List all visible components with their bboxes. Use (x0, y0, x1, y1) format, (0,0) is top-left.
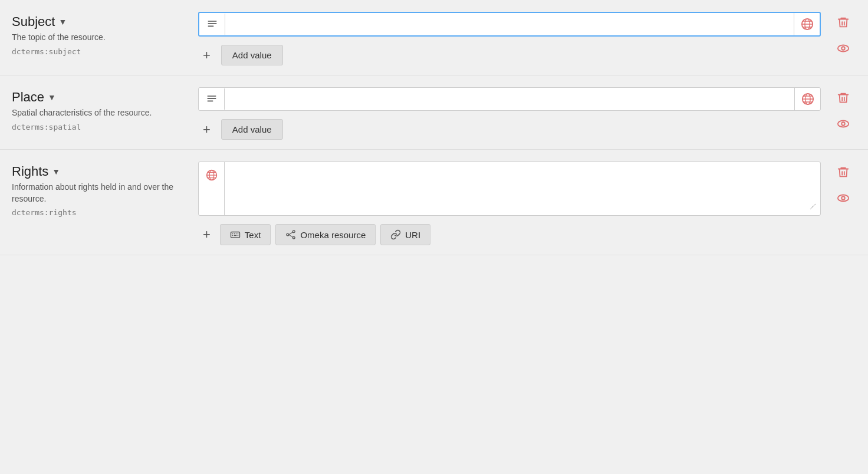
svg-rect-2 (208, 26, 213, 27)
svg-line-40 (289, 232, 293, 235)
resize-handle-rights: ⟋ (805, 198, 820, 215)
lines-icon (206, 18, 218, 30)
input-wrapper-subject[interactable] (198, 12, 821, 37)
plus-btn-subject[interactable]: + (198, 45, 215, 65)
eye-icon-svg-place (837, 117, 850, 130)
svg-rect-1 (208, 23, 216, 24)
svg-point-44 (838, 195, 849, 202)
svg-point-23 (841, 122, 845, 126)
trash-icon-svg-place (837, 91, 850, 104)
svg-point-39 (293, 236, 295, 239)
lines-icon-place (206, 93, 218, 105)
field-term-place: dcterms:spatial (12, 123, 189, 131)
eye-icon-svg (837, 42, 850, 55)
visibility-btn-subject[interactable] (833, 38, 854, 59)
subject-input[interactable] (225, 14, 794, 35)
field-description-rights: Information about rights held in and ove… (12, 182, 189, 205)
svg-rect-0 (208, 21, 216, 22)
input-wrapper-place[interactable] (198, 87, 821, 111)
svg-line-41 (289, 235, 293, 237)
rights-textarea[interactable] (225, 162, 805, 215)
visibility-btn-place[interactable] (833, 113, 854, 134)
field-label-col-rights: Rights ▼ Information about rights held i… (12, 162, 189, 217)
delete-btn-subject[interactable] (833, 12, 854, 33)
svg-rect-14 (207, 101, 213, 102)
uri-btn-rights[interactable]: URI (380, 224, 430, 245)
input-row-rights: ⟋ (198, 162, 821, 216)
metadata-form: Subject ▼ The topic of the resource. dct… (0, 0, 868, 474)
text-btn-label: Text (245, 230, 261, 240)
add-value-row-subject: + Add value (198, 45, 821, 65)
input-row-place (198, 87, 821, 111)
language-btn-subject[interactable] (794, 13, 820, 35)
input-row-subject (198, 12, 821, 37)
delete-btn-place[interactable] (833, 87, 854, 108)
svg-rect-30 (232, 233, 234, 235)
visibility-btn-rights[interactable] (833, 187, 854, 209)
chevron-icon-subject[interactable]: ▼ (58, 17, 67, 27)
field-name-place: Place (12, 90, 44, 105)
globe-icon-col-rights[interactable] (199, 162, 225, 215)
action-col-rights (830, 162, 856, 209)
text-btn-rights[interactable]: Text (220, 224, 271, 245)
svg-rect-34 (232, 235, 234, 236)
delete-btn-rights[interactable] (833, 162, 854, 183)
field-subject: Subject ▼ The topic of the resource. dct… (0, 0, 868, 75)
svg-rect-35 (234, 235, 237, 236)
omeka-resource-btn-label: Omeka resource (300, 230, 366, 240)
keyboard-icon (230, 229, 241, 240)
field-inputs-place: + Add value (198, 87, 821, 140)
svg-point-38 (293, 231, 295, 233)
field-title-subject: Subject ▼ (12, 14, 189, 29)
omeka-resource-btn-rights[interactable]: Omeka resource (275, 224, 376, 245)
link-icon (390, 229, 401, 240)
button-group-rights: + Text (198, 224, 821, 245)
svg-rect-13 (207, 98, 216, 99)
svg-point-45 (841, 196, 845, 200)
field-inputs-subject: + Add value (198, 12, 821, 65)
field-rights: Rights ▼ Information about rights held i… (0, 150, 868, 255)
globe-icon-rights (206, 169, 218, 181)
field-description-place: Spatial characteristics of the resource. (12, 107, 189, 119)
field-name-rights: Rights (12, 164, 48, 179)
nodes-icon (285, 229, 296, 240)
field-place: Place ▼ Spatial characteristics of the r… (0, 75, 868, 150)
trash-icon-svg (837, 16, 850, 29)
text-field-icon-place[interactable] (199, 88, 225, 110)
svg-point-37 (287, 233, 289, 236)
svg-rect-32 (236, 233, 237, 235)
field-inputs-rights: ⟋ + Text (198, 162, 821, 245)
field-description-subject: The topic of the resource. (12, 32, 189, 44)
svg-rect-33 (238, 233, 239, 235)
uri-btn-label: URI (405, 230, 420, 240)
svg-point-22 (838, 121, 849, 127)
eye-icon-svg-rights (837, 192, 850, 205)
field-term-subject: dcterms:subject (12, 47, 189, 56)
plus-btn-place[interactable]: + (198, 120, 215, 140)
svg-rect-29 (231, 232, 239, 238)
add-value-btn-place[interactable]: Add value (221, 119, 283, 140)
field-title-rights: Rights ▼ (12, 164, 189, 179)
svg-rect-36 (238, 235, 239, 236)
place-input[interactable] (225, 88, 794, 110)
field-label-col-place: Place ▼ Spatial characteristics of the r… (12, 87, 189, 131)
language-btn-place[interactable] (794, 88, 820, 110)
globe-icon-place (801, 93, 814, 106)
add-value-btn-subject[interactable]: Add value (221, 45, 283, 65)
field-label-col-subject: Subject ▼ The topic of the resource. dct… (12, 12, 189, 56)
field-name-subject: Subject (12, 14, 55, 29)
trash-icon-svg-rights (837, 166, 850, 179)
svg-point-10 (838, 45, 849, 52)
field-title-place: Place ▼ (12, 90, 189, 105)
svg-rect-12 (207, 96, 216, 97)
plus-btn-rights[interactable]: + (198, 225, 215, 245)
field-term-rights: dcterms:rights (12, 208, 189, 217)
svg-rect-31 (234, 233, 235, 235)
action-col-place (830, 87, 856, 134)
action-col-subject (830, 12, 856, 59)
text-field-icon-subject[interactable] (199, 14, 225, 35)
chevron-icon-rights[interactable]: ▼ (52, 167, 60, 176)
chevron-icon-place[interactable]: ▼ (48, 93, 56, 102)
globe-icon-subject (801, 18, 814, 31)
textarea-wrapper-rights[interactable]: ⟋ (198, 162, 821, 216)
